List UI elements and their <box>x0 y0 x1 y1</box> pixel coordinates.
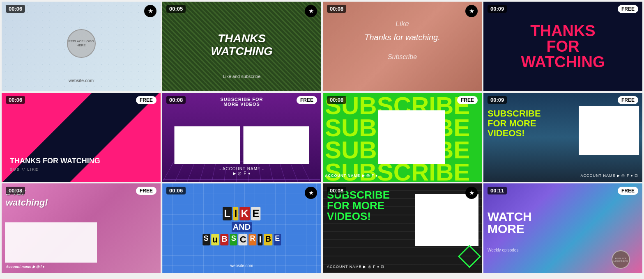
time-badge-6: 00:08 <box>166 96 186 104</box>
free-badge-4: FREE <box>618 5 638 13</box>
placeholder-boxes-6 <box>174 126 309 163</box>
website-1: website.com <box>2 78 161 83</box>
letter-E2: E <box>274 234 281 246</box>
card-4[interactable]: 00:09 FREE THANKS FORWATCHING <box>483 2 642 91</box>
letter-B: B <box>220 234 228 246</box>
letter-E: E <box>251 207 260 221</box>
title-12: WATCHMORE <box>488 210 532 235</box>
social-icons-9: ▶ ◎ f ♦ <box>32 265 45 269</box>
time-badge-3: 00:08 <box>327 5 346 13</box>
title-4: THANKS FORWATCHING <box>521 23 605 70</box>
account-name-11: ACCOUNT NAME <box>327 265 362 269</box>
like-text-3: Like <box>396 20 409 28</box>
time-badge-7: 00:08 <box>327 96 346 104</box>
account-7: ACCOUNT NAME ▶ ◎ f ♦ <box>325 174 378 178</box>
star-badge-1: ★ <box>144 5 156 17</box>
card-7[interactable]: SUBSCRIBESUBSCRIBESUBSCRIBESUBSCRIBE 00:… <box>323 93 482 182</box>
free-badge-5: FREE <box>136 96 156 104</box>
logo-placeholder-1: REPLACE LOGO HERE <box>67 29 96 58</box>
website-10: website.com <box>162 263 321 268</box>
logo-placeholder-12: REPLACE LOGO HERE <box>612 250 630 269</box>
time-badge-11: 00:08 <box>327 187 346 194</box>
placeholder-box-8 <box>579 106 639 155</box>
title-8: SUBSCRIBEFOR MOREVIDEOS! <box>488 109 541 139</box>
card-8[interactable]: 00:09 FREE SUBSCRIBEFOR MOREVIDEOS! ACCO… <box>483 93 642 182</box>
card-10[interactable]: 00:06 ★ L I K E AND S u B S C R I B E <box>162 183 321 273</box>
social-icons-11: ▶ ◎ f ♦ ⊡ <box>363 265 384 269</box>
star-badge-3: ★ <box>465 5 478 17</box>
template-grid: 00:06 ★ REPLACE LOGO HERE website.com 00… <box>0 0 644 274</box>
account-8: ACCOUNT NAME ▶ ◎ f ♦ ⊡ <box>581 174 638 178</box>
card-11[interactable]: 00:08 ★ SUBSCRIBEFOR MOREVIDEOS! ACCOUNT… <box>323 183 482 273</box>
free-badge-12: FREE <box>618 187 638 195</box>
time-badge-5: 00:06 <box>6 96 25 104</box>
card-9[interactable]: 00:08 FREE s forwatching! Account name ▶… <box>2 183 161 273</box>
subtitle-5: SUB // LIKE <box>10 167 39 172</box>
social-icons-7: ▶ ◎ f ♦ <box>362 174 378 178</box>
title-11: SUBSCRIBEFOR MOREVIDEOS! <box>327 190 390 222</box>
subtitle-2: Like and subscribe <box>162 74 321 79</box>
card-2[interactable]: 00:05 ★ THANKSWATCHING Like and subscrib… <box>162 2 321 91</box>
account-name-6: - ACCOUNT NAME - <box>219 167 264 171</box>
card-12[interactable]: 00:11 FREE WATCHMORE Weekly episodes REP… <box>483 183 642 273</box>
ransom-text-10: L I K E AND S u B S C R I B E <box>202 207 281 246</box>
top-text-6: SUBSCRIBE FORMORE VIDEOS <box>220 97 263 107</box>
free-badge-8: FREE <box>618 96 638 104</box>
time-badge-8: 00:09 <box>488 96 507 104</box>
overlay-3 <box>323 2 482 91</box>
word-and: AND <box>232 222 252 233</box>
letter-I2: I <box>258 234 263 246</box>
card-3[interactable]: 00:08 ★ Like Thanks for watching. Subscr… <box>323 2 482 91</box>
account-11: ACCOUNT NAME ▶ ◎ f ♦ ⊡ <box>327 265 384 269</box>
placeholder-box-6a <box>174 126 240 163</box>
free-badge-7: FREE <box>457 96 478 104</box>
star-badge-2: ★ <box>305 5 317 17</box>
subscribe-3: Subscribe <box>388 53 417 61</box>
account-name-9: Account name <box>6 265 31 269</box>
account-6: - ACCOUNT NAME - ▶ ◎ f ♦ <box>162 167 321 176</box>
placeholder-box-11 <box>415 194 478 246</box>
account-name-7: ACCOUNT NAME <box>325 174 360 178</box>
social-icons-6: ▶ ◎ f ♦ <box>233 171 251 176</box>
card-5[interactable]: 00:06 FREE THANKS FOR WATCHING SUB // LI… <box>2 93 161 182</box>
time-badge-12: 00:11 <box>488 187 507 194</box>
card-6[interactable]: 00:08 FREE SUBSCRIBE FORMORE VIDEOS - AC… <box>162 93 321 182</box>
letter-u: u <box>211 234 219 246</box>
letter-C: C <box>239 234 248 246</box>
ransom-row-1: L I K E <box>223 207 260 221</box>
letter-L: L <box>223 207 232 221</box>
free-badge-9: FREE <box>136 187 156 195</box>
letter-B2: B <box>264 234 272 246</box>
ransom-row-3: S u B S C R I B E <box>202 234 281 246</box>
letter-S2: S <box>230 234 237 246</box>
free-badge-6: FREE <box>297 96 317 104</box>
ransom-row-2: AND <box>232 222 252 233</box>
time-badge-4: 00:09 <box>488 5 507 13</box>
diagonal-accent-2 <box>70 93 161 182</box>
time-badge-10: 00:06 <box>166 187 186 194</box>
subtitle-12: Weekly episodes <box>488 248 518 252</box>
letter-I: I <box>233 207 238 221</box>
account-9: Account name ▶ ◎ f ♦ <box>6 265 45 269</box>
account-name-8: ACCOUNT NAME <box>581 174 616 178</box>
time-badge-1: 00:06 <box>6 5 25 13</box>
time-badge-2: 00:05 <box>166 5 186 13</box>
placeholder-box-9 <box>5 222 97 263</box>
letter-R: R <box>249 234 257 246</box>
title-5: THANKS FOR WATCHING <box>10 157 100 166</box>
title-2: THANKSWATCHING <box>211 32 272 58</box>
placeholder-box-7 <box>378 110 445 164</box>
card-1[interactable]: 00:06 ★ REPLACE LOGO HERE website.com <box>2 2 161 91</box>
arrow-icon-11 <box>458 245 481 268</box>
time-badge-9: 00:08 <box>6 187 25 194</box>
letter-K: K <box>239 207 250 221</box>
social-icons-8: ▶ ◎ f ♦ ⊡ <box>617 174 638 178</box>
letter-S-big: S <box>202 234 210 246</box>
title-3: Thanks for watching. <box>364 33 440 42</box>
placeholder-box-6b <box>244 126 309 163</box>
